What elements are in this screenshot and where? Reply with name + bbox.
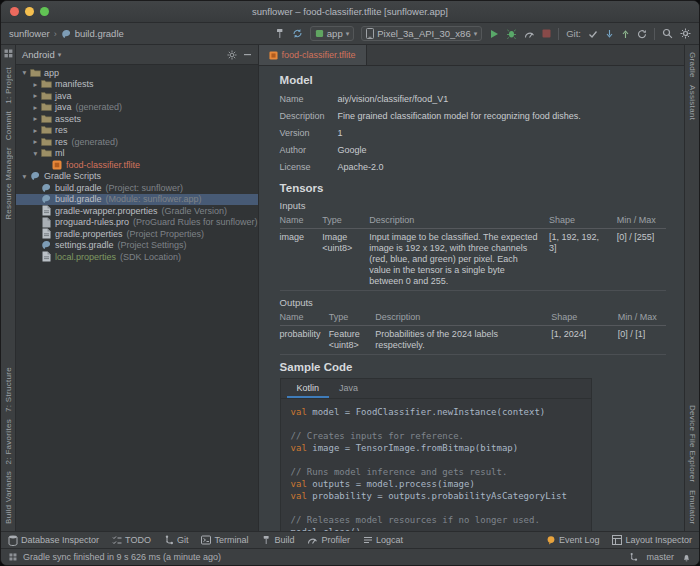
- code-tab-java[interactable]: Java: [329, 379, 368, 398]
- project-tree-item-assets[interactable]: ▸assets: [16, 113, 258, 125]
- profiler-button[interactable]: [524, 29, 535, 39]
- git-commit-check-icon[interactable]: [588, 29, 598, 39]
- tool-window-button-assistant[interactable]: Assistant: [688, 85, 697, 120]
- tensor-cell: image: [280, 229, 323, 291]
- chevron-right-icon[interactable]: ▸: [31, 91, 40, 100]
- tensor-cell: Feature <uint8>: [329, 326, 376, 355]
- editor-tab-food-classifier-tflite[interactable]: food-classifier.tflite: [259, 45, 367, 65]
- chevron-right-icon[interactable]: ▸: [31, 80, 40, 89]
- tensor-cell: [0] / [255]: [617, 229, 666, 291]
- tree-item-suffix: (ProGuard Rules for sunflower): [133, 217, 258, 227]
- tool-window-button-build-variants[interactable]: Build Variants: [4, 471, 13, 524]
- left-tool-strip: 1: ProjectCommitResource Manager 7: Stru…: [1, 45, 16, 531]
- stop-button[interactable]: [542, 29, 551, 38]
- tool-window-button-event-log[interactable]: Event Log: [546, 535, 600, 545]
- project-tree-item-app[interactable]: ▾app: [16, 67, 258, 79]
- code-tab-kotlin[interactable]: Kotlin: [287, 379, 330, 398]
- tensor-cell: Input image to be classified. The expect…: [369, 229, 549, 291]
- breadcrumb-project[interactable]: sunflower: [9, 28, 50, 39]
- project-tree-item-res[interactable]: ▸res: [16, 125, 258, 137]
- folder-icon: [29, 68, 41, 78]
- tool-window-button-device-file-explorer[interactable]: Device File Explorer: [688, 405, 697, 483]
- tool-window-button-1-project[interactable]: 1: Project: [4, 67, 13, 104]
- model-property-row-description: DescriptionFine grained classification m…: [280, 108, 666, 125]
- project-tree-item-gradle-wrapper-properties-gradle-version[interactable]: gradle-wrapper.properties(Gradle Version…: [16, 205, 258, 217]
- layout-icon: [612, 535, 622, 545]
- inputs-table: NameTypeDescriptionShapeMin / MaximageIm…: [280, 212, 666, 291]
- run-configuration-select[interactable]: app ▾: [310, 26, 354, 41]
- breadcrumb-file[interactable]: build.gradle: [75, 28, 124, 39]
- panel-settings-gear-icon[interactable]: [227, 50, 237, 60]
- project-tree-item-gradle-properties-project-properties[interactable]: gradle.properties(Project Properties): [16, 228, 258, 240]
- tree-item-label: assets: [55, 114, 81, 124]
- project-tree-item-build-gradle-module-sunflower-app[interactable]: build.gradle(Module: sunflower.app): [16, 194, 258, 206]
- git-branch-name[interactable]: master: [646, 552, 674, 562]
- tree-item-suffix: (Project Settings): [118, 240, 187, 250]
- chevron-down-icon[interactable]: ▾: [20, 68, 29, 77]
- project-tree-item-java-generated[interactable]: ▸java(generated): [16, 102, 258, 114]
- project-tree-item-build-gradle-project-sunflower[interactable]: build.gradle(Project: sunflower): [16, 182, 258, 194]
- tool-window-button-2-favorites[interactable]: 2: Favorites: [4, 419, 13, 464]
- chevron-right-icon[interactable]: ▸: [31, 126, 40, 135]
- hide-panel-icon[interactable]: [243, 50, 252, 59]
- chevron-right-icon[interactable]: ▸: [31, 114, 40, 123]
- device-select[interactable]: Pixel_3a_API_30_x86 ▾: [361, 26, 482, 41]
- run-button[interactable]: [489, 29, 499, 39]
- chevron-right-icon[interactable]: ▸: [31, 137, 40, 146]
- notifications-bell-icon[interactable]: [682, 553, 691, 562]
- git-push-arrow-icon[interactable]: [621, 29, 630, 39]
- chevron-down-icon[interactable]: ▾: [31, 149, 40, 158]
- tool-window-button-terminal[interactable]: Terminal: [201, 535, 248, 545]
- chevron-down-icon[interactable]: ▾: [20, 172, 29, 181]
- project-tree-item-ml[interactable]: ▾ml: [16, 148, 258, 160]
- gradle-sync-icon[interactable]: [292, 28, 303, 39]
- tool-window-button-layout-inspector[interactable]: Layout Inspector: [612, 535, 692, 545]
- tensor-column-header: Description: [369, 212, 549, 229]
- tool-window-button-git[interactable]: Git: [164, 535, 189, 545]
- tool-window-button-emulator[interactable]: Emulator: [688, 490, 697, 524]
- tool-window-button-profiler[interactable]: Profiler: [307, 535, 350, 545]
- status-bar: Gradle sync finished in 9 s 626 ms (a mi…: [1, 548, 699, 565]
- tree-item-label: proguard-rules.pro: [55, 217, 129, 227]
- gradle-icon: [29, 171, 41, 181]
- breadcrumb-separator-icon: ›: [54, 29, 57, 39]
- project-tree-item-settings-gradle-project-settings[interactable]: settings.gradle(Project Settings): [16, 240, 258, 252]
- tree-item-label: gradle.properties: [55, 229, 123, 239]
- build-hammer-icon[interactable]: [274, 28, 285, 39]
- debug-button[interactable]: [506, 29, 517, 39]
- minimize-window-button[interactable]: [25, 7, 34, 16]
- project-tree-item-res-generated[interactable]: ▸res(generated): [16, 136, 258, 148]
- tool-window-button-build[interactable]: Build: [261, 535, 294, 545]
- tool-window-button-logcat[interactable]: Logcat: [363, 535, 403, 545]
- code-line: [291, 502, 581, 514]
- project-tree-item-proguard-rules-pro-proguard-rules-for-sunflower[interactable]: proguard-rules.pro(ProGuard Rules for su…: [16, 217, 258, 229]
- tool-window-button-7-structure[interactable]: 7: Structure: [4, 367, 13, 412]
- tool-window-button-todo[interactable]: TODO: [112, 535, 151, 545]
- project-tree-item-food-classifier-tflite[interactable]: food-classifier.tflite: [16, 159, 258, 171]
- project-tree-item-local-properties-sdk-location[interactable]: local.properties(SDK Location): [16, 251, 258, 263]
- project-view-selector[interactable]: Android: [22, 49, 55, 60]
- settings-gear-icon[interactable]: [680, 28, 691, 39]
- tool-window-button-resource-manager[interactable]: Resource Manager: [4, 147, 13, 220]
- zoom-window-button[interactable]: [40, 7, 49, 16]
- model-section-title: Model: [280, 74, 666, 86]
- folder-icon: [40, 125, 52, 135]
- tool-window-switcher-icon[interactable]: [4, 49, 13, 58]
- project-tree-item-manifests[interactable]: ▸manifests: [16, 79, 258, 91]
- tool-window-switcher-icon[interactable]: [9, 553, 17, 561]
- search-everywhere-icon[interactable]: [662, 28, 673, 39]
- tool-window-button-gradle[interactable]: Gradle: [688, 52, 697, 78]
- tool-window-button-commit[interactable]: Commit: [4, 111, 13, 140]
- project-tree-item-gradle-scripts[interactable]: ▾Gradle Scripts: [16, 171, 258, 183]
- project-tree-item-java[interactable]: ▸java: [16, 90, 258, 102]
- git-update-arrow-icon[interactable]: [605, 29, 614, 39]
- model-property-row-name: Nameaiy/vision/classifier/food_V1: [280, 91, 666, 108]
- tree-item-label: Gradle Scripts: [44, 171, 101, 181]
- git-revert-icon[interactable]: [637, 29, 647, 39]
- tree-item-suffix: (generated): [72, 137, 119, 147]
- tensor-cell: [0] / [1]: [618, 326, 666, 355]
- folder-icon: [40, 91, 52, 101]
- tool-window-button-database-inspector[interactable]: Database Inspector: [8, 535, 99, 546]
- close-window-button[interactable]: [10, 7, 19, 16]
- chevron-right-icon[interactable]: ▸: [31, 103, 40, 112]
